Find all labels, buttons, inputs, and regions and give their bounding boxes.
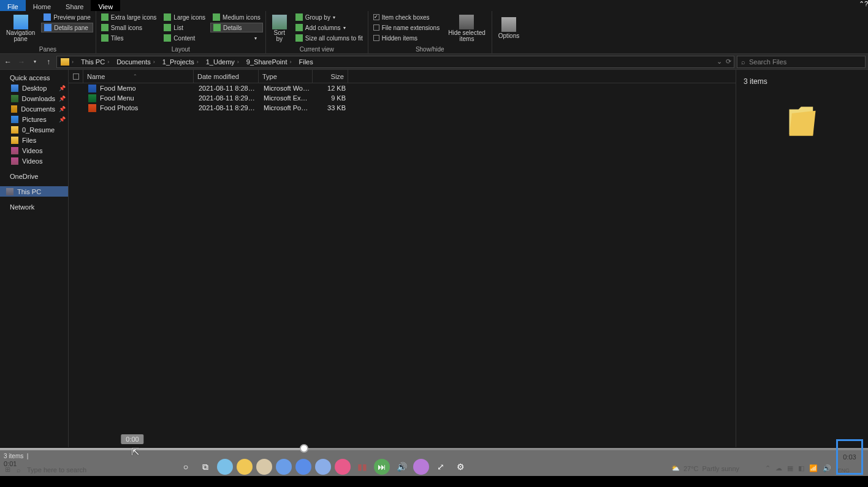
video-next-button[interactable]: ⏭ <box>374 459 390 475</box>
recent-locations-button[interactable]: ▾ <box>29 56 40 67</box>
search-input[interactable]: ⌕ Search Files <box>737 56 866 68</box>
sidebar-files[interactable]: Files <box>0 135 68 145</box>
details-pane-button[interactable]: Details pane <box>41 23 93 32</box>
video-pause-button[interactable]: ▮▮ <box>354 459 370 475</box>
taskbar-language[interactable]: ENG <box>837 467 850 474</box>
layout-tiles[interactable]: Tiles <box>99 33 159 43</box>
sidebar-videos2[interactable]: Videos <box>0 156 68 166</box>
folder-icon <box>61 58 69 66</box>
progress-thumb[interactable] <box>300 444 308 453</box>
taskbar-app-icon[interactable] <box>256 459 272 475</box>
forward-button[interactable]: → <box>16 56 27 67</box>
item-check-boxes-toggle[interactable]: Item check boxes <box>371 12 443 22</box>
breadcrumb-this-pc[interactable]: This PC› <box>77 58 113 66</box>
taskbar-weather[interactable]: ⛅ 27°C Partly sunny <box>671 464 739 472</box>
file-row[interactable]: Food Menu2021-08-11 8:29 PMMicrosoft Exc… <box>69 93 736 103</box>
sidebar-videos[interactable]: Videos <box>0 145 68 156</box>
folder-icon <box>789 104 816 138</box>
sidebar-quick-access[interactable]: Quick access <box>0 72 68 83</box>
preview-pane-button[interactable]: Preview pane <box>41 12 93 22</box>
file-row[interactable]: Food Photos2021-08-11 8:29 PMMicrosoft P… <box>69 103 736 113</box>
back-button[interactable]: ← <box>2 56 13 67</box>
tray-onedrive-icon[interactable]: ☁ <box>775 464 782 472</box>
breadcrumb-sharepoint[interactable]: 9_SharePoint› <box>243 58 295 66</box>
breadcrumb-documents[interactable]: Documents› <box>113 58 159 66</box>
taskbar-edge-icon[interactable] <box>217 459 233 475</box>
refresh-icon[interactable]: ⟳ <box>726 58 731 66</box>
taskbar-mail-icon[interactable] <box>295 459 311 475</box>
folder-icon <box>11 126 18 134</box>
column-date[interactable]: Date modified <box>194 70 259 83</box>
layout-medium-icons[interactable]: Medium icons <box>210 12 263 22</box>
details-item-count: 3 items <box>744 77 861 86</box>
file-name-extensions-toggle[interactable]: File name extensions <box>371 23 443 32</box>
layout-extra-large-icons[interactable]: Extra large icons <box>99 12 159 22</box>
layout-details[interactable]: Details <box>210 23 263 32</box>
details-pane-icon <box>44 24 51 31</box>
video-settings-button[interactable]: ⚙ <box>452 459 468 475</box>
file-date: 2021-08-11 8:29 PM <box>195 94 260 102</box>
file-type: Microsoft Excel W... <box>260 94 314 102</box>
taskbar-taskview-icon[interactable]: ⧉ <box>197 459 213 475</box>
layout-small-icons[interactable]: Small icons <box>99 23 159 32</box>
breadcrumb-projects[interactable]: 1_Projects› <box>159 58 202 66</box>
sort-by-button[interactable]: Sort by <box>268 12 291 44</box>
checkbox-icon <box>373 35 379 41</box>
video-volume-button[interactable]: 🔊 <box>394 459 409 475</box>
hidden-items-toggle[interactable]: Hidden items <box>371 33 443 43</box>
sidebar-desktop[interactable]: Desktop📌 <box>0 83 68 93</box>
file-name: Food Photos <box>100 104 138 111</box>
column-type[interactable]: Type <box>259 70 313 83</box>
address-dropdown-icon[interactable]: ⌄ <box>717 58 722 66</box>
large-icons-icon <box>164 13 171 21</box>
address-bar[interactable]: › This PC› Documents› 1_Projects› 1_Udem… <box>56 56 734 68</box>
options-button[interactable]: Options <box>495 12 523 44</box>
taskbar-search[interactable]: ⊞ ⌕ Type here to search <box>20 466 86 474</box>
tray-app-icon[interactable]: ▦ <box>787 464 793 472</box>
taskbar-explorer-icon[interactable] <box>237 459 253 475</box>
taskbar-app-icon[interactable] <box>276 459 292 475</box>
folder-icon <box>11 137 18 144</box>
sidebar-resume[interactable]: 0_Resume <box>0 124 68 135</box>
add-columns-button[interactable]: Add columns▾ <box>293 23 365 32</box>
tray-app-icon[interactable]: ◧ <box>798 464 804 472</box>
details-pane: 3 items <box>736 70 868 447</box>
layout-more[interactable]: ▾ <box>210 33 259 43</box>
group-by-button[interactable]: Group by▾ <box>293 12 365 22</box>
taskbar-app-icon[interactable] <box>315 459 331 475</box>
svg-marker-1 <box>789 111 815 136</box>
taskbar-onenote-icon[interactable] <box>413 459 429 475</box>
taskbar-tray[interactable]: ⌃ ☁ ▦ ◧ 📶 🔊 <box>765 464 831 472</box>
windows-start-icon[interactable]: ⊞ <box>5 466 10 474</box>
breadcrumb-files[interactable]: Files <box>295 58 317 66</box>
sidebar-this-pc[interactable]: This PC <box>0 186 68 197</box>
tray-volume-icon[interactable]: 🔊 <box>823 464 831 472</box>
layout-content[interactable]: Content <box>161 33 208 43</box>
layout-large-icons[interactable]: Large icons <box>161 12 208 22</box>
hide-selected-items-button[interactable]: Hide selected items <box>444 12 489 44</box>
video-fullscreen-button[interactable]: ⤢ <box>433 459 449 475</box>
breadcrumb-udemy[interactable]: 1_Udemy› <box>202 58 243 66</box>
navigation-pane-button[interactable]: Navigation pane <box>2 12 39 44</box>
ribbon-group-currentview-label: Current view <box>268 45 365 53</box>
sidebar-onedrive[interactable]: OneDrive <box>0 171 68 181</box>
video-progress-bar[interactable] <box>0 448 868 450</box>
taskbar-cortana-icon[interactable]: ○ <box>178 459 194 475</box>
up-button[interactable]: ↑ <box>43 56 54 67</box>
file-row[interactable]: Food Memo2021-08-11 8:28 PMMicrosoft Wor… <box>69 83 736 93</box>
layout-list[interactable]: List <box>161 23 208 32</box>
column-size[interactable]: Size <box>313 70 348 83</box>
sidebar-pictures[interactable]: Pictures📌 <box>0 114 68 124</box>
sidebar-network[interactable]: Network <box>0 202 68 212</box>
column-headers: Name⌃ Date modified Type Size <box>69 70 736 83</box>
size-all-columns-button[interactable]: Size all columns to fit <box>293 33 365 43</box>
column-name[interactable]: Name⌃ <box>83 70 194 83</box>
taskbar-app-icon[interactable] <box>335 459 351 475</box>
tray-chevron-icon[interactable]: ⌃ <box>765 464 771 472</box>
search-placeholder: Search Files <box>749 58 786 66</box>
select-all-checkbox[interactable] <box>69 70 83 83</box>
sidebar-documents[interactable]: Documents📌 <box>0 104 68 114</box>
pin-icon: 📌 <box>59 85 66 91</box>
tray-wifi-icon[interactable]: 📶 <box>809 464 818 472</box>
sidebar-downloads[interactable]: Downloads📌 <box>0 93 68 104</box>
